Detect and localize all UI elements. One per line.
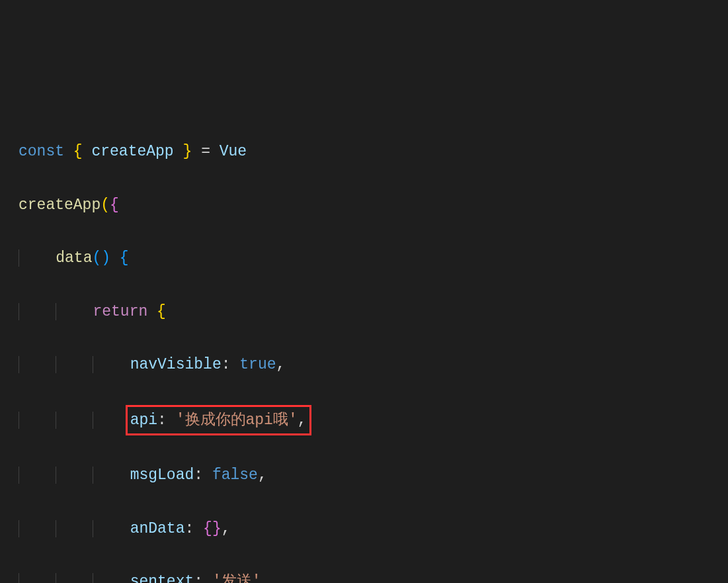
identifier: createApp: [91, 143, 173, 160]
code-line-1: const { createApp } = Vue: [19, 138, 728, 165]
operator: =: [201, 143, 210, 160]
keyword-return: return: [93, 303, 147, 320]
colon: :: [184, 520, 194, 537]
property-key: anData: [130, 520, 185, 537]
colon: :: [194, 573, 203, 583]
brace: {: [120, 249, 129, 267]
code-editor[interactable]: const { createApp } = Vue createApp({ da…: [19, 112, 728, 583]
code-line-4: return {: [19, 298, 728, 325]
highlight-box: api: '换成你的api哦',: [126, 405, 311, 435]
brace: {: [110, 197, 119, 214]
comma: ,: [258, 467, 267, 484]
parens: (): [92, 249, 110, 267]
code-line-2: createApp({: [19, 192, 728, 218]
comma: ,: [298, 412, 307, 429]
paren: (: [101, 197, 110, 214]
keyword-const: const: [19, 143, 64, 160]
code-line-8: anData: {},: [19, 516, 728, 542]
comma: ,: [222, 520, 231, 537]
comma: ,: [261, 573, 270, 583]
property-key: navVisible: [130, 356, 222, 373]
brace: }: [212, 520, 222, 537]
code-line-6: api: '换成你的api哦',: [19, 405, 728, 435]
brace: {: [203, 520, 212, 537]
identifier: Vue: [220, 143, 247, 160]
property-key: msgLoad: [130, 467, 194, 484]
boolean: true: [239, 356, 276, 373]
string: '换成你的api哦': [176, 412, 298, 429]
method-name: data: [56, 249, 92, 267]
colon: :: [157, 412, 167, 429]
code-line-5: navVisible: true,: [19, 351, 728, 378]
brace: {: [157, 303, 166, 320]
comma: ,: [276, 356, 286, 373]
property-key: sentext: [130, 573, 194, 583]
code-line-7: msgLoad: false,: [19, 462, 728, 488]
code-line-9: sentext: '发送',: [19, 568, 728, 583]
colon: :: [194, 467, 203, 484]
colon: :: [222, 356, 231, 373]
property-key: api: [130, 412, 157, 429]
string: '发送': [212, 573, 261, 583]
brace: {: [73, 143, 83, 160]
brace: }: [183, 143, 192, 160]
code-line-3: data() {: [19, 245, 728, 271]
function-call: createApp: [19, 197, 101, 214]
boolean: false: [212, 467, 258, 484]
